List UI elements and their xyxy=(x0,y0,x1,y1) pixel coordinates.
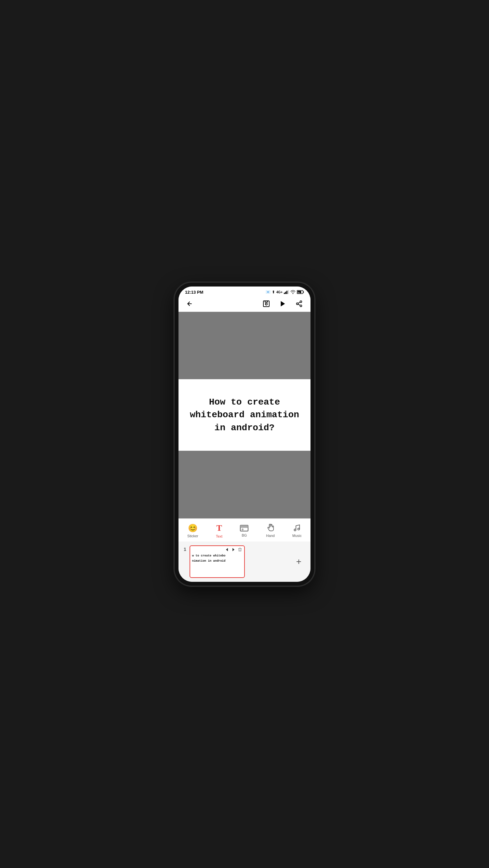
svg-rect-1 xyxy=(285,292,286,294)
tool-text[interactable]: T Text xyxy=(212,522,226,539)
network-label: 4G+ xyxy=(276,290,283,294)
svg-point-9 xyxy=(265,303,267,305)
svg-marker-10 xyxy=(281,301,285,306)
gray-area-top xyxy=(178,312,311,379)
hand-label: Hand xyxy=(266,534,275,537)
music-icon xyxy=(293,524,301,532)
battery-icon: 70 xyxy=(297,290,304,294)
main-content: How to create whiteboard animation in an… xyxy=(178,312,311,518)
sticker-label: Sticker xyxy=(187,534,198,538)
svg-rect-3 xyxy=(288,290,289,294)
upload-icon: ⬆ xyxy=(272,290,275,294)
thumb-prev-icon[interactable] xyxy=(225,547,229,552)
slide-number: 1 xyxy=(184,546,186,552)
toolbar-left xyxy=(185,299,194,308)
hand-icon xyxy=(267,524,274,532)
thumb-header xyxy=(190,546,244,553)
thumb-text-line2: nimation in android xyxy=(190,558,244,564)
slide-thumbnail[interactable]: w to create whitebo nimation in android xyxy=(190,546,245,578)
svg-rect-5 xyxy=(303,291,304,293)
share-button[interactable] xyxy=(294,299,304,309)
slide-text: How to create whiteboard animation in an… xyxy=(188,396,301,434)
slide-strip: 1 xyxy=(178,541,311,582)
phone-frame: 12:13 PM 📧 ⬆ 4G+ xyxy=(174,283,315,586)
top-toolbar xyxy=(178,296,311,312)
thumb-next-icon[interactable] xyxy=(231,547,236,552)
save-button[interactable] xyxy=(261,299,271,309)
svg-rect-17 xyxy=(240,525,248,528)
svg-point-20 xyxy=(298,528,300,530)
svg-line-14 xyxy=(298,304,300,305)
thumb-text-line1: w to create whitebo xyxy=(190,553,244,559)
svg-marker-22 xyxy=(232,548,234,551)
svg-line-15 xyxy=(298,302,300,303)
notification-icon: 📧 xyxy=(266,290,270,294)
svg-rect-8 xyxy=(263,301,269,307)
bg-icon xyxy=(240,524,249,532)
add-slide-button[interactable]: + xyxy=(292,555,305,568)
text-label: Text xyxy=(216,534,222,538)
svg-rect-2 xyxy=(287,291,287,294)
status-time: 12:13 PM xyxy=(185,290,203,294)
bg-label: BG xyxy=(241,533,247,537)
back-button[interactable] xyxy=(185,299,194,308)
svg-point-18 xyxy=(241,528,243,530)
svg-rect-0 xyxy=(284,293,285,294)
text-icon: T xyxy=(216,523,222,533)
status-icons: 📧 ⬆ 4G+ xyxy=(266,290,304,294)
music-label: Music xyxy=(292,534,302,537)
tool-hand[interactable]: Hand xyxy=(262,523,279,539)
play-button[interactable] xyxy=(278,299,288,309)
svg-text:70: 70 xyxy=(297,292,300,294)
wifi-icon xyxy=(290,290,296,294)
status-bar: 12:13 PM 📧 ⬆ 4G+ xyxy=(178,286,311,296)
tool-music[interactable]: Music xyxy=(288,523,306,539)
svg-marker-21 xyxy=(226,548,228,551)
tool-sticker[interactable]: 😊 Sticker xyxy=(183,522,202,539)
phone-screen: 12:13 PM 📧 ⬆ 4G+ xyxy=(178,286,311,582)
svg-point-19 xyxy=(294,529,296,531)
gray-area-bottom xyxy=(178,451,311,518)
white-slide: How to create whiteboard animation in an… xyxy=(178,379,311,451)
toolbar-right xyxy=(261,299,304,309)
tool-bg[interactable]: BG xyxy=(236,523,252,538)
thumb-delete-icon[interactable] xyxy=(238,547,242,552)
sticker-icon: 😊 xyxy=(188,524,198,533)
signal-icon xyxy=(284,290,289,294)
bottom-toolbar: 😊 Sticker T Text BG Hand xyxy=(178,518,311,541)
